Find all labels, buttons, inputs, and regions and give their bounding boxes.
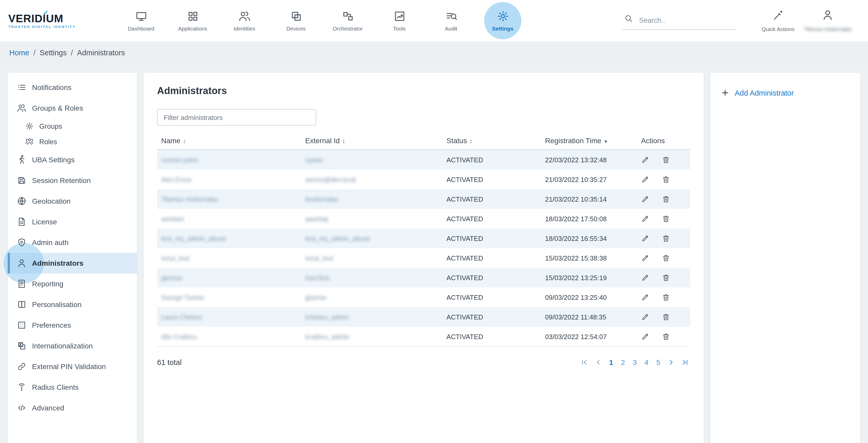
pagination-page-3[interactable]: 3 bbox=[630, 358, 639, 366]
breadcrumb-home[interactable]: Home bbox=[9, 49, 29, 57]
orchestrator-icon bbox=[342, 10, 354, 22]
admin-name: werbwrt bbox=[161, 215, 184, 223]
cell-name: cosmin petre bbox=[157, 150, 301, 170]
nav-item-tools[interactable]: Tools bbox=[374, 0, 425, 41]
cell-external-id: cpetre bbox=[301, 150, 442, 170]
sidebar-item-uba-settings[interactable]: UBA Settings bbox=[8, 149, 137, 170]
edit-button[interactable] bbox=[641, 156, 649, 164]
audit-icon bbox=[445, 10, 457, 22]
edit-button[interactable] bbox=[641, 293, 649, 302]
nav-item-applications[interactable]: Applications bbox=[167, 0, 219, 41]
delete-button[interactable] bbox=[662, 176, 670, 184]
admin-external-id: gtumse bbox=[305, 294, 326, 301]
content-area: NotificationsGroups & RolesGroupsRolesUB… bbox=[0, 64, 868, 443]
gear-icon bbox=[497, 10, 509, 22]
column-header-status[interactable]: Status▴▾ bbox=[442, 132, 541, 150]
delete-button[interactable] bbox=[662, 333, 670, 341]
pagination-last-button[interactable] bbox=[680, 357, 690, 367]
edit-button[interactable] bbox=[641, 333, 649, 341]
cell-actions bbox=[637, 327, 690, 347]
search-input[interactable] bbox=[638, 16, 722, 25]
sidebar-item-radius-clients[interactable]: Radius Clients bbox=[8, 377, 137, 397]
sidebar-item-groups-roles[interactable]: Groups & Roles bbox=[8, 98, 137, 118]
column-header-label: External Id bbox=[305, 137, 340, 145]
sidebar-item-administrators[interactable]: Administrators bbox=[8, 253, 137, 273]
breadcrumb-settings: Settings bbox=[39, 49, 67, 57]
sidebar-item-advanced[interactable]: Advanced bbox=[8, 397, 137, 418]
column-header-label: Actions bbox=[641, 137, 665, 145]
sidebar-item-personalisation[interactable]: Personalisation bbox=[8, 294, 137, 315]
walk-icon bbox=[17, 155, 26, 165]
admin-name: Alin Craiteru bbox=[161, 333, 197, 341]
delete-button[interactable] bbox=[662, 215, 670, 223]
add-administrator-button[interactable]: Add Administrator bbox=[721, 88, 850, 97]
filter-administrators-input[interactable] bbox=[157, 109, 316, 126]
sidebar-item-label: Session Retention bbox=[32, 176, 91, 184]
global-search bbox=[622, 11, 736, 30]
user-menu[interactable]: Tiberius Hodornaba bbox=[803, 0, 852, 41]
report-icon bbox=[17, 279, 26, 289]
sidebar-item-preferences[interactable]: Preferences bbox=[8, 315, 137, 335]
sidebar-item-license[interactable]: License bbox=[8, 211, 137, 232]
pagination-first-button[interactable] bbox=[579, 357, 590, 367]
delete-button[interactable] bbox=[662, 234, 670, 243]
nav-item-devices[interactable]: Devices bbox=[270, 0, 322, 41]
sidebar-item-label: Groups bbox=[39, 122, 62, 130]
users-icon bbox=[239, 10, 250, 22]
edit-button[interactable] bbox=[641, 215, 649, 223]
column-header-name[interactable]: Name▴▾ bbox=[157, 132, 301, 150]
edit-button[interactable] bbox=[641, 313, 649, 321]
delete-button[interactable] bbox=[662, 156, 670, 164]
user-avatar-icon bbox=[822, 9, 833, 23]
sidebar-item-admin-auth[interactable]: Admin auth bbox=[8, 232, 137, 253]
edit-button[interactable] bbox=[641, 176, 649, 184]
sidebar-item-session-retention[interactable]: Session Retention bbox=[8, 170, 137, 191]
delete-button[interactable] bbox=[662, 313, 670, 321]
cell-registration-time: 21/03/2022 10:35:27 bbox=[541, 170, 637, 189]
delete-button[interactable] bbox=[662, 293, 670, 302]
pagination-page-2[interactable]: 2 bbox=[619, 358, 627, 366]
pagination-prev-button[interactable] bbox=[593, 357, 603, 367]
admin-external-id: lcraiteru_admin bbox=[305, 333, 349, 341]
sidebar-item-roles[interactable]: Roles bbox=[8, 134, 137, 149]
sidebar-item-external-pin-validation[interactable]: External PIN Validation bbox=[8, 356, 137, 377]
sidebar-item-internationalization[interactable]: Internationalization bbox=[8, 335, 137, 356]
column-header-registration-time[interactable]: Registration Time▾ bbox=[541, 132, 637, 150]
nav-item-settings[interactable]: Settings bbox=[477, 0, 529, 41]
edit-button[interactable] bbox=[641, 254, 649, 262]
admin-external-id: test_my_admin_abuse bbox=[305, 235, 370, 242]
sidebar-item-notifications[interactable]: Notifications bbox=[8, 77, 137, 98]
column-header-label: Status bbox=[446, 137, 467, 145]
admin-external-id: thodornaba bbox=[305, 196, 338, 203]
nav-item-dashboard[interactable]: Dashboard bbox=[115, 0, 167, 41]
quick-actions-button[interactable]: Quick Actions bbox=[753, 0, 803, 41]
sidebar-item-label: Notifications bbox=[32, 83, 71, 91]
pagination-page-5[interactable]: 5 bbox=[654, 358, 662, 366]
edit-button[interactable] bbox=[641, 234, 649, 243]
admin-external-id: cpetre bbox=[305, 156, 323, 164]
delete-button[interactable] bbox=[662, 254, 670, 262]
nav-item-orchestrator[interactable]: Orchestrator bbox=[322, 0, 374, 41]
pagination-next-button[interactable] bbox=[666, 357, 676, 367]
sidebar-item-geolocation[interactable]: Geolocation bbox=[8, 191, 137, 211]
admin-name: gtumse bbox=[161, 274, 182, 282]
delete-button[interactable] bbox=[662, 274, 670, 282]
edit-button[interactable] bbox=[641, 195, 649, 203]
edit-button[interactable] bbox=[641, 274, 649, 282]
cell-external-id: aenciu@dev.local bbox=[301, 170, 442, 189]
sidebar-item-reporting[interactable]: Reporting bbox=[8, 273, 137, 294]
table-row: George TumsegtumseACTIVATED09/03/2022 13… bbox=[157, 287, 690, 307]
cell-name: Tiberius Hodornaba bbox=[157, 189, 301, 209]
globe-icon bbox=[17, 197, 26, 206]
brand-logo[interactable]: VERIDIUM ✓ TRUSTED DIGITAL IDENTITY bbox=[8, 13, 99, 28]
pagination-page-4[interactable]: 4 bbox=[643, 358, 651, 366]
administrators-table: Name▴▾External Id▴▾Status▴▾Registration … bbox=[157, 132, 690, 347]
delete-button[interactable] bbox=[662, 195, 670, 203]
sidebar-item-groups[interactable]: Groups bbox=[8, 118, 137, 134]
nav-item-audit[interactable]: Audit bbox=[425, 0, 477, 41]
column-header-external-id[interactable]: External Id▴▾ bbox=[301, 132, 442, 150]
link-icon bbox=[17, 362, 26, 371]
cell-name: werbwrt bbox=[157, 209, 301, 229]
nav-item-identities[interactable]: Identities bbox=[219, 0, 270, 41]
pagination-page-1[interactable]: 1 bbox=[607, 358, 615, 366]
